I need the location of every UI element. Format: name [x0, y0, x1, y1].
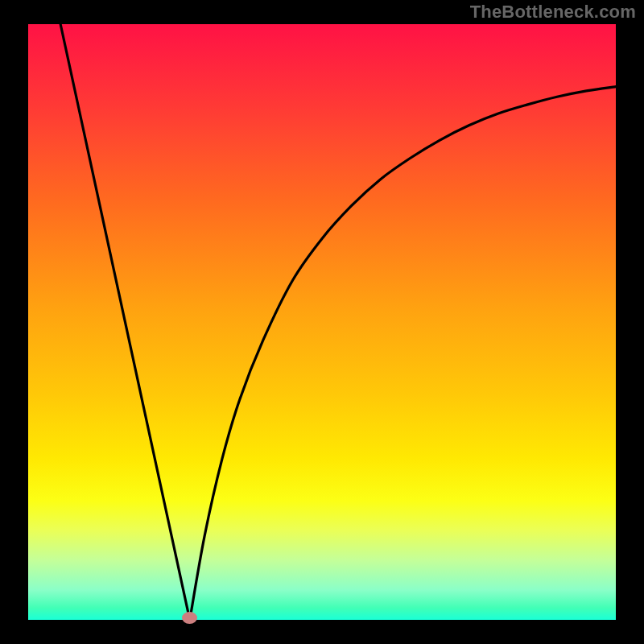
watermark-text: TheBottleneck.com: [470, 2, 636, 23]
curve-layer: [28, 24, 616, 620]
plot-area: [28, 24, 616, 620]
curve-path: [60, 24, 616, 620]
chart-container: TheBottleneck.com: [0, 0, 644, 644]
min-node-marker: [182, 612, 197, 624]
